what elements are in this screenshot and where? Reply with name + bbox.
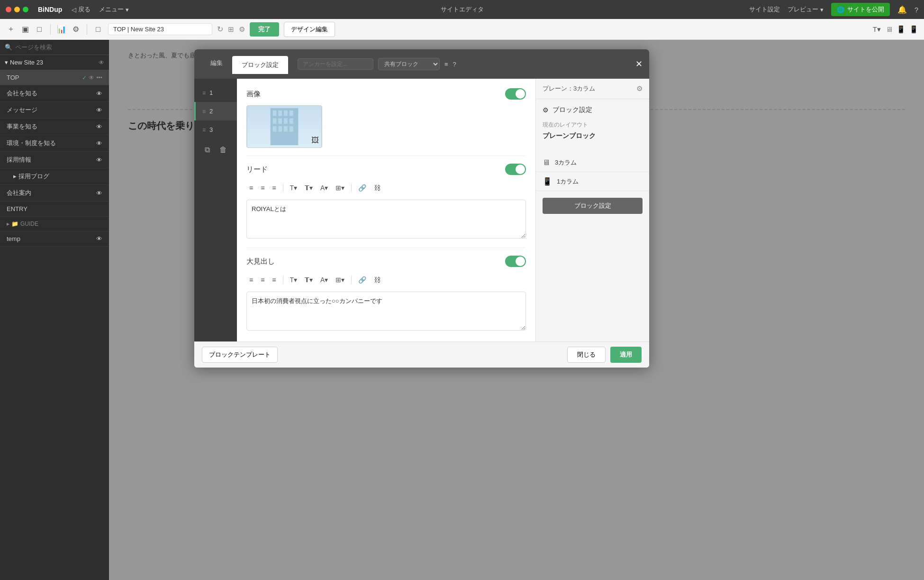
modal-footer: ブロックテンプレート 閉じる 適用 (194, 341, 649, 368)
right-panel-gear-icon[interactable]: ⚙ (636, 84, 643, 93)
eye-icon-message[interactable]: 👁 (96, 107, 102, 114)
minimize-btn-window[interactable] (14, 7, 20, 12)
design-edit-button[interactable]: デザイン編集 (284, 22, 335, 37)
sidebar-item-business[interactable]: 事業を知る 👁 (0, 119, 109, 135)
h-font-btn[interactable]: T▾ (287, 275, 300, 285)
sidebar-item-temp[interactable]: temp 👁 (0, 231, 109, 247)
search-input[interactable] (15, 44, 104, 51)
tab-block-settings[interactable]: ブロック設定 (232, 56, 288, 74)
copy-block-icon[interactable]: ⧉ (205, 146, 210, 154)
tab-edit[interactable]: 編集 (201, 54, 232, 74)
align-right-btn[interactable]: ≡ (269, 183, 279, 193)
image-preview[interactable]: 🖼 (246, 105, 322, 148)
sidebar-item-recruit[interactable]: 採用情報 👁 (0, 152, 109, 168)
text-tool-icon[interactable]: T▾ (873, 25, 881, 34)
lead-toggle[interactable] (505, 164, 526, 175)
view-icon[interactable]: □ (93, 24, 103, 35)
color-btn[interactable]: A▾ (317, 183, 331, 193)
back-button[interactable]: ◁ 戻る (72, 5, 91, 14)
site-eye-icon[interactable]: 👁 (99, 59, 104, 66)
sidebar-item-message[interactable]: メッセージ 👁 (0, 102, 109, 119)
main-layout: 🔍 ▾ New Site 23 👁 TOP ✓ 👁 ••• 会社を知る 👁 (0, 40, 924, 580)
unlink-btn[interactable]: ⛓ (371, 183, 383, 193)
sidebar-item-about[interactable]: 会社案内 👁 (0, 185, 109, 202)
close-modal-button[interactable]: 閉じる (567, 347, 606, 363)
delete-block-icon[interactable]: 🗑 (219, 146, 227, 154)
mobile-icon[interactable]: 📱 (909, 25, 918, 34)
help-button[interactable]: ? (915, 6, 918, 14)
layout-icon[interactable]: ▣ (20, 24, 30, 35)
done-button[interactable]: 完了 (250, 22, 279, 37)
eye-icon-env[interactable]: 👁 (96, 140, 102, 147)
sidebar-item-top[interactable]: TOP ✓ 👁 ••• (0, 70, 109, 85)
h-align-center-btn[interactable]: ≡ (258, 275, 267, 285)
more-options-icon[interactable]: ≡ (444, 61, 448, 68)
align-center-btn[interactable]: ≡ (258, 183, 267, 193)
lead-section: リード ≡ ≡ ≡ T▾ 𝗧▾ (246, 164, 526, 240)
menu-button[interactable]: メニュー ▾ (99, 5, 129, 14)
h-font-size-btn[interactable]: 𝗧▾ (302, 275, 316, 285)
tablet-icon[interactable]: 📱 (897, 25, 906, 34)
heading-section-header: 大見出し (246, 256, 526, 267)
eye-icon-business[interactable]: 👁 (96, 123, 102, 130)
image-toggle[interactable] (505, 88, 526, 100)
page-icon[interactable]: □ (34, 24, 45, 35)
sidebar-item-blog[interactable]: ▸ 採用ブログ (0, 168, 109, 185)
h-link-btn[interactable]: 🔗 (355, 275, 369, 285)
nav-label-message: メッセージ (7, 106, 37, 114)
layout-tb-btn[interactable]: ⊞▾ (333, 183, 347, 193)
block-item-3[interactable]: ≡ 3 (194, 120, 237, 139)
h-color-btn[interactable]: A▾ (317, 275, 331, 285)
breadcrumb-input[interactable] (108, 23, 212, 35)
preview-button[interactable]: プレビュー ▾ (788, 5, 824, 14)
apply-button[interactable]: 適用 (610, 347, 642, 363)
font-btn[interactable]: T▾ (287, 183, 300, 193)
sidebar-item-guide[interactable]: ▸ 📁 GUIDE (0, 217, 109, 231)
anchor-input[interactable] (298, 58, 373, 70)
h-layout-tb-btn[interactable]: ⊞▾ (333, 275, 347, 285)
svg-rect-4 (284, 110, 288, 116)
image-edit-icon[interactable]: 🖼 (311, 136, 319, 145)
block-item-1[interactable]: ≡ 1 (194, 83, 237, 102)
block-item-2[interactable]: ≡ 2 (194, 102, 237, 120)
layout-option-1col[interactable]: 📱 1カラム (536, 172, 649, 191)
publish-button[interactable]: 🌐 サイトを公開 (831, 3, 890, 16)
close-btn-window[interactable] (6, 7, 11, 12)
h-unlink-btn[interactable]: ⛓ (371, 275, 383, 285)
layout-option-3col[interactable]: 🖥 3カラム (536, 154, 649, 172)
block-settings-button[interactable]: ブロック設定 (543, 198, 643, 214)
shared-block-select[interactable]: 共有ブロック (378, 58, 440, 70)
modal-close-button[interactable]: ✕ (635, 59, 643, 69)
notification-icon[interactable]: 🔔 (897, 5, 907, 14)
link-btn[interactable]: 🔗 (355, 183, 369, 193)
sidebar-item-entry[interactable]: ENTRY (0, 202, 109, 217)
search-icon: 🔍 (5, 44, 12, 51)
desktop-icon[interactable]: 🖥 (886, 25, 893, 34)
refresh-button[interactable]: ↻ (217, 25, 223, 34)
nav-icons-top: ✓ 👁 ••• (82, 74, 102, 81)
modal-help-icon[interactable]: ? (453, 61, 456, 68)
maximize-btn-window[interactable] (23, 7, 28, 12)
settings-icon[interactable]: ⚙ (71, 24, 81, 35)
settings-btn2[interactable]: ⚙ (239, 25, 245, 34)
add-block-icon[interactable]: ＋ (6, 24, 16, 35)
eye-icon-recruit[interactable]: 👁 (96, 157, 102, 164)
template-button[interactable]: ブロックテンプレート (202, 347, 278, 363)
grid-button[interactable]: ⊞ (228, 25, 234, 34)
eye-icon-about[interactable]: 👁 (96, 190, 102, 197)
eye-icon-company[interactable]: 👁 (96, 90, 102, 97)
font-size-btn[interactable]: 𝗧▾ (302, 183, 316, 193)
more-icon-top[interactable]: ••• (96, 74, 102, 81)
sidebar-item-env[interactable]: 環境・制度を知る 👁 (0, 135, 109, 152)
eye-icon-top[interactable]: 👁 (89, 74, 94, 81)
eye-icon-temp[interactable]: 👁 (96, 235, 102, 242)
h-align-right-btn[interactable]: ≡ (269, 275, 279, 285)
align-left-btn[interactable]: ≡ (246, 183, 256, 193)
site-settings-button[interactable]: サイト設定 (749, 5, 780, 14)
sidebar-item-company[interactable]: 会社を知る 👁 (0, 85, 109, 102)
h-align-left-btn[interactable]: ≡ (246, 275, 256, 285)
chart-icon[interactable]: 📊 (56, 24, 67, 35)
heading-toggle[interactable] (505, 256, 526, 267)
lead-textarea[interactable] (246, 200, 526, 239)
heading-textarea[interactable] (246, 292, 526, 331)
